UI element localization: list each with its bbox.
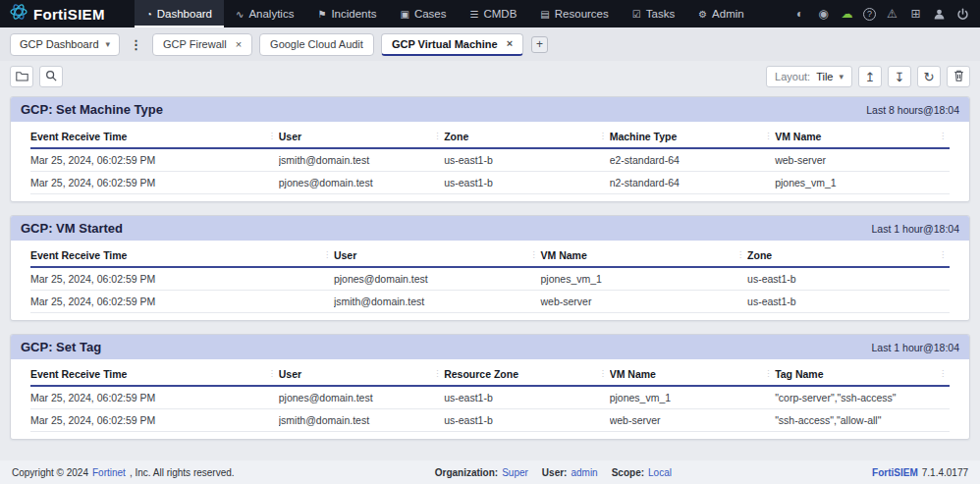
column-header[interactable]: VM Name bbox=[610, 361, 775, 386]
column-header[interactable]: VM Name bbox=[775, 124, 950, 148]
add-tab-button[interactable]: + bbox=[531, 36, 548, 53]
fortisiem-link[interactable]: FortiSIEM bbox=[872, 467, 918, 478]
nav-item-resources[interactable]: ▤ Resources bbox=[528, 0, 620, 27]
table-cell: us-east1-b bbox=[444, 409, 609, 432]
nav-item-dashboard[interactable]: ◔ Dashboard bbox=[135, 0, 224, 27]
layout-value: Tile bbox=[816, 71, 833, 82]
table-row[interactable]: Mar 25, 2024, 06:02:59 PMpjones@domain.t… bbox=[30, 172, 950, 194]
table-row[interactable]: Mar 25, 2024, 06:02:59 PMjsmith@domain.t… bbox=[30, 409, 950, 432]
open-dashboard-folder-button[interactable] bbox=[10, 66, 33, 87]
scope-value: Local bbox=[648, 467, 672, 478]
table-cell: us-east1-b bbox=[747, 291, 950, 313]
table-row[interactable]: Mar 25, 2024, 06:02:59 PMjsmith@domain.t… bbox=[30, 148, 950, 172]
fortinet-link[interactable]: Fortinet bbox=[92, 467, 126, 478]
table-row[interactable]: Mar 25, 2024, 06:02:59 PMjsmith@domain.t… bbox=[30, 291, 950, 313]
footer: Copyright © 2024 Fortinet , Inc. All rig… bbox=[0, 460, 980, 484]
apps-icon[interactable]: ⊞ bbox=[908, 8, 923, 20]
column-header[interactable]: Machine Type bbox=[610, 124, 775, 148]
panel-gcp-set-tag: GCP: Set Tag Last 1 hour@18:04 Event Rec… bbox=[10, 334, 970, 440]
column-header[interactable]: Event Receive Time bbox=[30, 361, 279, 386]
import-button[interactable]: ↧ bbox=[888, 66, 911, 87]
fortisiem-logo-icon bbox=[10, 3, 27, 25]
nav-item-label: Incidents bbox=[331, 8, 376, 20]
table-cell: web-server bbox=[775, 148, 950, 172]
table-row[interactable]: Mar 25, 2024, 06:02:59 PMpjones@domain.t… bbox=[30, 386, 950, 409]
column-header[interactable]: Tag Name bbox=[775, 361, 950, 386]
help-icon[interactable]: ? bbox=[863, 8, 876, 21]
globe-icon[interactable]: ◐ bbox=[792, 8, 807, 20]
export-button[interactable]: ↥ bbox=[858, 66, 882, 87]
table-cell: jsmith@domain.test bbox=[334, 291, 541, 313]
column-header[interactable]: Zone bbox=[747, 242, 950, 267]
table-cell: pjones@domain.test bbox=[334, 267, 541, 291]
tab-google-cloud-audit[interactable]: Google Cloud Audit bbox=[259, 33, 374, 56]
resources-icon: ▤ bbox=[540, 9, 549, 20]
nav-item-cases[interactable]: ▣ Cases bbox=[388, 0, 458, 27]
warning-icon[interactable]: ⚠ bbox=[885, 8, 899, 20]
delete-button[interactable] bbox=[947, 66, 970, 87]
event-table: Event Receive TimeUserZoneMachine TypeVM… bbox=[30, 124, 950, 194]
search-button[interactable] bbox=[39, 66, 63, 87]
nav-item-admin[interactable]: ⚙ Admin bbox=[686, 0, 756, 27]
chevron-down-icon: ▾ bbox=[839, 72, 844, 81]
column-header[interactable]: Zone bbox=[444, 124, 609, 148]
panel-title: GCP: VM Started bbox=[21, 221, 123, 236]
dashboard-selector[interactable]: GCP Dashboard ▾ bbox=[10, 33, 120, 56]
cloud-icon[interactable]: ☁ bbox=[840, 8, 854, 20]
dashboard-tabbar: GCP Dashboard ▾ ⋮ GCP Firewall × Google … bbox=[0, 27, 980, 61]
panel-gcp-set-machine-type: GCP: Set Machine Type Last 8 hours@18:04… bbox=[10, 96, 970, 202]
footer-session-info: Organization: Super User: admin Scope: L… bbox=[435, 467, 672, 478]
eye-icon[interactable]: ◉ bbox=[816, 8, 831, 20]
nav-item-incidents[interactable]: ⚑ Incidents bbox=[305, 0, 388, 27]
column-header[interactable]: User bbox=[279, 361, 444, 386]
column-header[interactable]: User bbox=[334, 242, 541, 267]
incidents-icon: ⚑ bbox=[317, 9, 326, 20]
power-icon[interactable] bbox=[955, 8, 970, 21]
table-cell: pjones_vm_1 bbox=[775, 172, 950, 194]
table-cell: us-east1-b bbox=[444, 172, 609, 194]
table-cell: Mar 25, 2024, 06:02:59 PM bbox=[30, 148, 279, 172]
nav-item-analytics[interactable]: ∿ Analytics bbox=[224, 0, 305, 27]
column-header[interactable]: User bbox=[279, 124, 444, 148]
nav-item-label: Resources bbox=[555, 8, 609, 20]
tab-gcp-virtual-machine[interactable]: GCP Virtual Machine × bbox=[381, 33, 523, 56]
table-cell: Mar 25, 2024, 06:02:59 PM bbox=[30, 386, 279, 409]
table-cell: "corp-server","ssh-access" bbox=[775, 386, 950, 409]
kebab-menu-icon[interactable]: ⋮ bbox=[128, 37, 144, 52]
table-row[interactable]: Mar 25, 2024, 06:02:59 PMpjones@domain.t… bbox=[30, 267, 950, 291]
admin-icon: ⚙ bbox=[698, 9, 707, 20]
refresh-icon: ↻ bbox=[924, 70, 935, 84]
toolbar: Layout: Tile ▾ ↥ ↧ ↻ bbox=[0, 61, 980, 92]
column-header[interactable]: VM Name bbox=[540, 242, 747, 267]
panel-time-range: Last 1 hour@18:04 bbox=[872, 342, 959, 353]
tab-label: Google Cloud Audit bbox=[270, 38, 363, 50]
table-cell: Mar 25, 2024, 06:02:59 PM bbox=[30, 267, 334, 291]
navbar-utilities: ◐ ◉ ☁ ? ⚠ ⊞ bbox=[792, 0, 970, 27]
refresh-button[interactable]: ↻ bbox=[917, 66, 941, 87]
nav-item-cmdb[interactable]: ☰ CMDB bbox=[459, 0, 529, 27]
dashboard-selector-label: GCP Dashboard bbox=[20, 38, 99, 50]
table-cell: n2-standard-64 bbox=[610, 172, 775, 194]
column-header[interactable]: Resource Zone bbox=[444, 361, 609, 386]
close-icon[interactable]: × bbox=[507, 38, 513, 49]
close-icon[interactable]: × bbox=[236, 39, 242, 50]
brand[interactable]: FortiSIEM bbox=[10, 0, 105, 27]
column-header[interactable]: Event Receive Time bbox=[30, 124, 279, 148]
user-value: admin bbox=[571, 467, 597, 478]
nav-item-label: Dashboard bbox=[157, 8, 212, 20]
organization-label: Organization: bbox=[435, 467, 498, 478]
panel-header[interactable]: GCP: VM Started Last 1 hour@18:04 bbox=[11, 216, 969, 241]
panel-header[interactable]: GCP: Set Tag Last 1 hour@18:04 bbox=[11, 335, 969, 359]
nav-item-tasks[interactable]: ☑ Tasks bbox=[621, 0, 686, 27]
event-table: Event Receive TimeUserResource ZoneVM Na… bbox=[30, 361, 950, 432]
user-icon[interactable] bbox=[932, 8, 947, 21]
column-header[interactable]: Event Receive Time bbox=[30, 242, 334, 267]
cmdb-icon: ☰ bbox=[470, 9, 479, 20]
tab-gcp-firewall[interactable]: GCP Firewall × bbox=[152, 33, 252, 56]
panel-title: GCP: Set Tag bbox=[21, 340, 101, 354]
table-cell: pjones@domain.test bbox=[279, 386, 444, 409]
layout-select[interactable]: Layout: Tile ▾ bbox=[766, 66, 852, 87]
panel-header[interactable]: GCP: Set Machine Type Last 8 hours@18:04 bbox=[11, 97, 969, 122]
copyright-text: Copyright © 2024 bbox=[12, 467, 88, 478]
table-cell: Mar 25, 2024, 06:02:59 PM bbox=[30, 409, 279, 432]
